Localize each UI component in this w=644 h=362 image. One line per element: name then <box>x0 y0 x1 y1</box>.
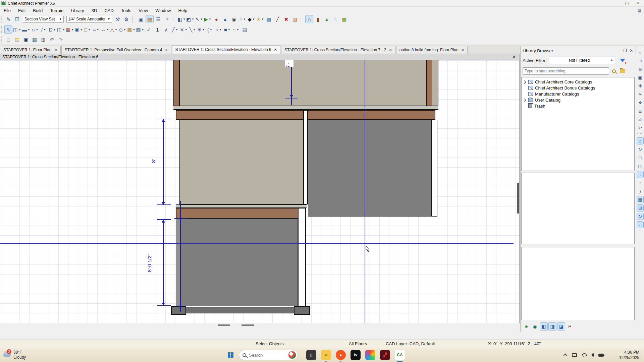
material-palette-icon[interactable]: ▦ <box>340 15 348 23</box>
record-walkthrough-icon[interactable]: ● <box>212 15 220 23</box>
pan-window-icon[interactable]: ❖ <box>637 99 644 106</box>
horizontal-reference-line[interactable] <box>0 243 514 244</box>
line-tools-icon[interactable]: ╱▼ <box>171 25 179 34</box>
footing-left[interactable] <box>171 306 186 315</box>
skylight-tools-icon[interactable]: ◇▼ <box>118 25 126 34</box>
cad-detail-icon[interactable]: ▤ <box>241 25 249 34</box>
menu-tools[interactable]: Tools <box>117 7 135 14</box>
close-panel-icon[interactable]: ✕ <box>630 48 633 53</box>
tree-item-2[interactable]: Chief Architect Bonus Catalogs <box>522 85 634 91</box>
take-picture-icon[interactable]: ◉ <box>230 15 238 23</box>
menu-help[interactable]: Help <box>174 7 191 14</box>
dollhouse-view-icon[interactable]: ⌂▼ <box>238 15 247 23</box>
play-walkthrough-icon[interactable]: ▶▼ <box>204 15 212 23</box>
refresh-display-icon[interactable]: ↻ <box>637 146 644 153</box>
curved-wall-icon[interactable]: ∩▼ <box>31 25 39 34</box>
default-settings-check-icon[interactable]: ⚒ <box>114 15 122 23</box>
tree-item-1[interactable]: ❯Chief Architect Core Catalogs <box>522 79 634 85</box>
foundation-wall[interactable] <box>176 219 298 306</box>
battery-icon[interactable] <box>598 354 604 357</box>
object-snaps-icon[interactable]: ⊞ <box>637 204 644 212</box>
dimension-tools-icon[interactable]: ↔▼ <box>101 25 109 34</box>
device-app-icon[interactable]: ▯ <box>306 350 316 360</box>
close-view-icon[interactable]: ✕ <box>513 55 516 59</box>
display-options-check-icon[interactable]: ☑ <box>13 15 21 23</box>
arc-tools-icon[interactable]: (▼ <box>206 25 214 34</box>
number-style-icon[interactable]: 1 <box>154 25 162 34</box>
display-icon[interactable] <box>572 353 577 357</box>
circle-tools-icon[interactable]: ○▼ <box>215 25 223 34</box>
export-view-icon[interactable]: ↑ <box>637 179 644 186</box>
library-search-input[interactable] <box>523 67 609 75</box>
eyedropper-icon[interactable]: ╱ <box>273 15 281 23</box>
zoom-out-icon[interactable]: ⊖ <box>637 66 644 73</box>
material-painter-icon[interactable]: ▧ <box>291 15 299 23</box>
upper-wall-left-framing[interactable] <box>174 60 180 106</box>
camera-options-icon[interactable]: ⌂ <box>637 137 644 144</box>
main-floor-right-wall[interactable] <box>308 120 431 217</box>
weather-widget[interactable]: 2 38°F Cloudy <box>3 350 26 360</box>
box-tools-icon[interactable]: ■▼ <box>223 25 231 34</box>
temporary-dimensions-icon[interactable]: ↕ <box>637 171 644 178</box>
shape-tools-icon[interactable]: ✳▼ <box>197 25 205 34</box>
cad-delete-icon[interactable]: ✕▼ <box>180 25 188 34</box>
door-tools-icon[interactable]: D▼ <box>48 25 56 34</box>
lower-floor-platform[interactable] <box>176 208 299 219</box>
camera-raise-icon[interactable]: ▲ <box>221 15 229 23</box>
vertical-reference-line[interactable] <box>365 60 365 323</box>
hidden-icons-chevron[interactable] <box>564 354 567 357</box>
print-preview-icon[interactable]: ◫ <box>637 163 644 170</box>
swap-views-icon[interactable]: ⇄ <box>637 116 644 123</box>
annotation-set-combo[interactable]: 1/4" Scale Annotations▼ <box>66 16 112 23</box>
apple-tv-icon[interactable]: tv <box>351 350 361 360</box>
tree-item-3[interactable]: Manufacturer Catalogs <box>522 91 634 97</box>
tree-item-4[interactable]: ❯User Catalog <box>522 97 634 103</box>
tree-expander-icon[interactable]: ❯ <box>524 98 528 102</box>
view-tab-4[interactable]: STARTOVER 1: Cross Section/Elevation - E… <box>281 46 395 54</box>
new-plan-icon[interactable]: □ <box>4 36 12 44</box>
photos-app-icon[interactable] <box>365 350 375 360</box>
maximize-icon[interactable]: ▢ <box>621 0 633 6</box>
file-explorer-icon[interactable]: ▰ <box>321 350 331 360</box>
taskbar-search[interactable] <box>239 350 298 360</box>
upper-wall-right-framing[interactable] <box>426 60 432 106</box>
roof-tools-icon[interactable]: △▼ <box>110 25 118 34</box>
view-tab-5[interactable]: option 8 build framing: Floor Plan✕ <box>396 46 468 54</box>
framing-tools-icon[interactable]: ▩▼ <box>127 25 135 34</box>
menu-edit[interactable]: Edit <box>14 7 29 14</box>
roof-overview-icon[interactable]: ◆▼ <box>247 15 255 23</box>
grid-display-icon[interactable]: ▦ <box>637 196 644 203</box>
volume-icon[interactable] <box>591 353 594 357</box>
view-tab-2[interactable]: STARTOVER 1: Perspective Full Overview -… <box>61 46 171 54</box>
dimension-label-8ft-half[interactable]: 8'-0 1/2" <box>147 254 152 272</box>
panel-bottom-toggle-icon[interactable]: ◨ <box>548 322 556 330</box>
chief-architect-icon[interactable]: CA <box>395 350 405 360</box>
menu-library[interactable]: Library <box>67 7 88 14</box>
menu-cad[interactable]: CAD <box>101 7 117 14</box>
appliance-tools-icon[interactable]: □▼ <box>83 25 91 34</box>
walkthrough-icon[interactable]: ↖▼ <box>195 15 203 23</box>
zoom-icon[interactable]: ○ <box>637 49 644 56</box>
terrain-view-icon[interactable]: ▲ <box>323 15 331 23</box>
panel-preview-toggle-icon[interactable]: ◪ <box>557 322 565 330</box>
dimension-label-top-box[interactable]: 7'- <box>285 60 293 67</box>
color-toggle-icon[interactable]: □ <box>637 154 644 161</box>
plant-chooser-icon[interactable]: ♣ <box>522 322 530 330</box>
picture-view-icon[interactable]: ⌂ <box>305 15 313 23</box>
tab-close-icon[interactable]: ✕ <box>389 48 392 52</box>
lower-floor-platform-edge[interactable] <box>176 204 307 208</box>
main-floor-left-wall[interactable] <box>179 120 304 204</box>
vertical-scrollbar[interactable] <box>517 183 519 214</box>
cabinet-doors-icon[interactable]: ▮ <box>314 15 322 23</box>
default-settings-icon[interactable]: ⚙ <box>122 15 130 23</box>
fill-window-icon[interactable]: ✚ <box>637 82 644 89</box>
footing-right[interactable] <box>294 306 310 315</box>
panel-top-toggle-icon[interactable]: ◧ <box>540 322 548 330</box>
view-tab-3[interactable]: STARTOVER 1: Cross Section/Elevation - E… <box>172 45 280 54</box>
library-online-icon[interactable]: ◉ <box>531 322 539 330</box>
tab-close-icon[interactable]: ✕ <box>54 48 57 52</box>
spline-tools-icon[interactable]: ~▼ <box>232 25 240 34</box>
stairs-tools-icon[interactable]: ≡▼ <box>92 25 100 34</box>
polyline-tools-icon[interactable]: ╲▼ <box>189 25 197 34</box>
footing-slab[interactable] <box>185 307 294 313</box>
